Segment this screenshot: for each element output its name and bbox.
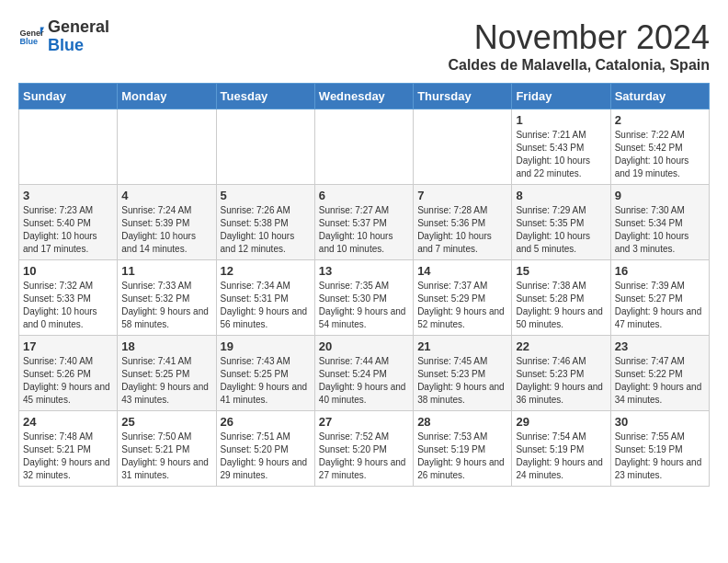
day-info: Sunrise: 7:41 AM Sunset: 5:25 PM Dayligh…	[121, 355, 211, 407]
calendar-cell: 12Sunrise: 7:34 AM Sunset: 5:31 PM Dayli…	[216, 260, 314, 336]
day-number: 20	[319, 339, 409, 353]
day-number: 18	[121, 339, 211, 353]
calendar-cell	[216, 109, 314, 185]
month-title: November 2024	[448, 18, 710, 57]
weekday-header-thursday: Thursday	[414, 84, 512, 109]
calendar-cell: 29Sunrise: 7:54 AM Sunset: 5:19 PM Dayli…	[512, 411, 610, 487]
calendar-cell: 14Sunrise: 7:37 AM Sunset: 5:29 PM Dayli…	[414, 260, 512, 336]
day-info: Sunrise: 7:29 AM Sunset: 5:35 PM Dayligh…	[516, 204, 606, 256]
svg-text:Blue: Blue	[19, 37, 38, 46]
location-title: Caldes de Malavella, Catalonia, Spain	[448, 57, 710, 74]
calendar-cell: 11Sunrise: 7:33 AM Sunset: 5:32 PM Dayli…	[118, 260, 216, 336]
day-number: 16	[615, 264, 705, 278]
calendar-cell: 8Sunrise: 7:29 AM Sunset: 5:35 PM Daylig…	[512, 185, 610, 260]
day-number: 23	[615, 339, 705, 353]
day-info: Sunrise: 7:38 AM Sunset: 5:28 PM Dayligh…	[516, 280, 606, 331]
day-number: 25	[121, 415, 211, 429]
calendar-week-1: 1Sunrise: 7:21 AM Sunset: 5:43 PM Daylig…	[19, 109, 710, 185]
calendar-cell: 20Sunrise: 7:44 AM Sunset: 5:24 PM Dayli…	[314, 336, 413, 411]
day-number: 27	[319, 415, 409, 429]
title-area: November 2024 Caldes de Malavella, Catal…	[448, 18, 710, 74]
calendar-cell: 24Sunrise: 7:48 AM Sunset: 5:21 PM Dayli…	[19, 411, 118, 487]
weekday-header-saturday: Saturday	[610, 84, 709, 109]
calendar-cell: 21Sunrise: 7:45 AM Sunset: 5:23 PM Dayli…	[414, 336, 512, 411]
day-number: 11	[121, 264, 211, 278]
calendar-cell: 28Sunrise: 7:53 AM Sunset: 5:19 PM Dayli…	[414, 411, 512, 487]
day-number: 1	[516, 113, 606, 127]
day-info: Sunrise: 7:28 AM Sunset: 5:36 PM Dayligh…	[417, 204, 507, 256]
day-info: Sunrise: 7:45 AM Sunset: 5:23 PM Dayligh…	[417, 355, 507, 407]
calendar-cell: 10Sunrise: 7:32 AM Sunset: 5:33 PM Dayli…	[19, 260, 118, 336]
calendar-cell: 6Sunrise: 7:27 AM Sunset: 5:37 PM Daylig…	[314, 185, 413, 260]
weekday-header-wednesday: Wednesday	[314, 84, 413, 109]
calendar-cell: 4Sunrise: 7:24 AM Sunset: 5:39 PM Daylig…	[118, 185, 216, 260]
day-info: Sunrise: 7:48 AM Sunset: 5:21 PM Dayligh…	[23, 431, 113, 482]
day-number: 26	[221, 415, 311, 429]
logo: General Blue General Blue	[18, 18, 109, 55]
day-number: 2	[615, 113, 705, 127]
calendar-week-5: 24Sunrise: 7:48 AM Sunset: 5:21 PM Dayli…	[19, 411, 710, 487]
day-info: Sunrise: 7:26 AM Sunset: 5:38 PM Dayligh…	[221, 204, 311, 256]
calendar-week-4: 17Sunrise: 7:40 AM Sunset: 5:26 PM Dayli…	[19, 336, 710, 411]
logo-icon: General Blue	[18, 24, 44, 50]
logo-general-text: General	[48, 17, 109, 36]
calendar-cell: 30Sunrise: 7:55 AM Sunset: 5:19 PM Dayli…	[610, 411, 709, 487]
day-info: Sunrise: 7:53 AM Sunset: 5:19 PM Dayligh…	[417, 431, 507, 482]
page-header: General Blue General Blue November 2024 …	[18, 18, 710, 74]
day-info: Sunrise: 7:24 AM Sunset: 5:39 PM Dayligh…	[121, 204, 211, 256]
day-info: Sunrise: 7:50 AM Sunset: 5:21 PM Dayligh…	[121, 431, 211, 482]
logo-blue-text: Blue	[48, 36, 84, 54]
day-info: Sunrise: 7:32 AM Sunset: 5:33 PM Dayligh…	[23, 280, 113, 331]
day-info: Sunrise: 7:33 AM Sunset: 5:32 PM Dayligh…	[121, 280, 211, 331]
day-number: 7	[417, 189, 507, 202]
logo-text: General Blue	[48, 18, 109, 55]
day-number: 12	[221, 264, 311, 278]
calendar-cell: 18Sunrise: 7:41 AM Sunset: 5:25 PM Dayli…	[118, 336, 216, 411]
day-number: 4	[121, 189, 211, 202]
calendar-cell: 9Sunrise: 7:30 AM Sunset: 5:34 PM Daylig…	[610, 185, 709, 260]
day-info: Sunrise: 7:43 AM Sunset: 5:25 PM Dayligh…	[221, 355, 311, 407]
calendar-cell: 13Sunrise: 7:35 AM Sunset: 5:30 PM Dayli…	[314, 260, 413, 336]
day-info: Sunrise: 7:40 AM Sunset: 5:26 PM Dayligh…	[23, 355, 113, 407]
calendar-cell: 19Sunrise: 7:43 AM Sunset: 5:25 PM Dayli…	[216, 336, 314, 411]
day-info: Sunrise: 7:52 AM Sunset: 5:20 PM Dayligh…	[319, 431, 409, 482]
calendar-week-2: 3Sunrise: 7:23 AM Sunset: 5:40 PM Daylig…	[19, 185, 710, 260]
day-info: Sunrise: 7:35 AM Sunset: 5:30 PM Dayligh…	[319, 280, 409, 331]
day-info: Sunrise: 7:44 AM Sunset: 5:24 PM Dayligh…	[319, 355, 409, 407]
calendar-cell: 23Sunrise: 7:47 AM Sunset: 5:22 PM Dayli…	[610, 336, 709, 411]
weekday-header-monday: Monday	[118, 84, 216, 109]
day-number: 22	[516, 339, 606, 353]
calendar-cell: 5Sunrise: 7:26 AM Sunset: 5:38 PM Daylig…	[216, 185, 314, 260]
calendar-table: SundayMondayTuesdayWednesdayThursdayFrid…	[18, 83, 710, 487]
calendar-body: 1Sunrise: 7:21 AM Sunset: 5:43 PM Daylig…	[19, 109, 710, 487]
weekday-header-friday: Friday	[512, 84, 610, 109]
weekday-header-tuesday: Tuesday	[216, 84, 314, 109]
day-info: Sunrise: 7:34 AM Sunset: 5:31 PM Dayligh…	[221, 280, 311, 331]
day-number: 5	[221, 189, 311, 202]
calendar-cell: 26Sunrise: 7:51 AM Sunset: 5:20 PM Dayli…	[216, 411, 314, 487]
day-number: 19	[221, 339, 311, 353]
day-info: Sunrise: 7:22 AM Sunset: 5:42 PM Dayligh…	[615, 129, 705, 180]
day-number: 28	[417, 415, 507, 429]
day-number: 3	[23, 189, 113, 202]
day-number: 13	[319, 264, 409, 278]
day-number: 21	[417, 339, 507, 353]
calendar-cell: 7Sunrise: 7:28 AM Sunset: 5:36 PM Daylig…	[414, 185, 512, 260]
day-info: Sunrise: 7:30 AM Sunset: 5:34 PM Dayligh…	[615, 204, 705, 256]
day-number: 14	[417, 264, 507, 278]
day-info: Sunrise: 7:27 AM Sunset: 5:37 PM Dayligh…	[319, 204, 409, 256]
calendar-cell: 22Sunrise: 7:46 AM Sunset: 5:23 PM Dayli…	[512, 336, 610, 411]
day-info: Sunrise: 7:51 AM Sunset: 5:20 PM Dayligh…	[221, 431, 311, 482]
calendar-cell: 16Sunrise: 7:39 AM Sunset: 5:27 PM Dayli…	[610, 260, 709, 336]
calendar-cell: 25Sunrise: 7:50 AM Sunset: 5:21 PM Dayli…	[118, 411, 216, 487]
day-number: 24	[23, 415, 113, 429]
day-number: 9	[615, 189, 705, 202]
day-info: Sunrise: 7:23 AM Sunset: 5:40 PM Dayligh…	[23, 204, 113, 256]
calendar-cell	[19, 109, 118, 185]
calendar-cell: 2Sunrise: 7:22 AM Sunset: 5:42 PM Daylig…	[610, 109, 709, 185]
day-number: 8	[516, 189, 606, 202]
day-info: Sunrise: 7:46 AM Sunset: 5:23 PM Dayligh…	[516, 355, 606, 407]
weekday-header-sunday: Sunday	[19, 84, 118, 109]
calendar-cell	[314, 109, 413, 185]
day-info: Sunrise: 7:55 AM Sunset: 5:19 PM Dayligh…	[615, 431, 705, 482]
